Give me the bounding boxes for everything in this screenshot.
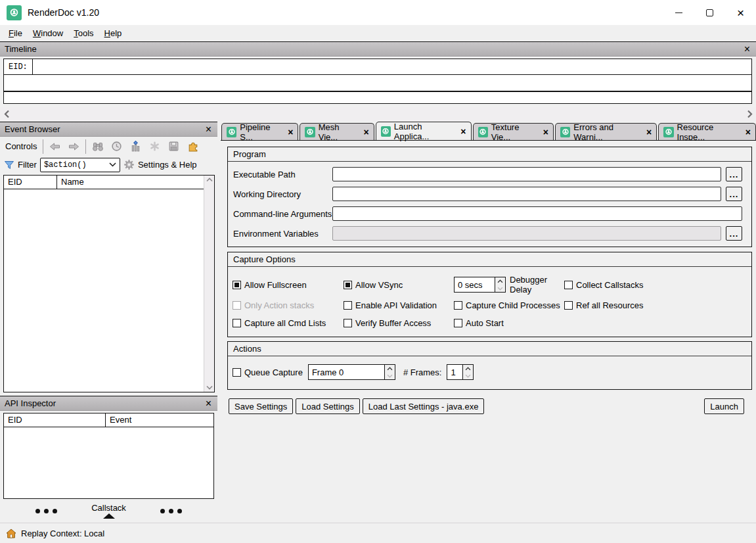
checkbox-icon bbox=[233, 319, 241, 327]
program-group: Program Executable Path ... Working Dire… bbox=[227, 147, 752, 247]
chevron-up-icon bbox=[465, 367, 471, 371]
allow-fullscreen-checkbox[interactable]: Allow Fullscreen bbox=[233, 277, 344, 292]
debugger-delay-value[interactable]: 0 secs bbox=[454, 277, 495, 293]
num-frames-spinner[interactable]: 1 bbox=[447, 364, 474, 380]
scroll-right-icon[interactable] bbox=[743, 107, 756, 121]
chevron-up-icon bbox=[387, 367, 393, 371]
checkbox-label: Queue Capture bbox=[244, 367, 303, 377]
timeline-close-icon[interactable]: × bbox=[743, 44, 751, 55]
tab-mesh-viewer[interactable]: Mesh Vie... × bbox=[300, 123, 374, 140]
working-directory-browse-button[interactable]: ... bbox=[726, 187, 742, 201]
load-settings-button[interactable]: Load Settings bbox=[296, 398, 360, 414]
ref-all-resources-checkbox[interactable]: Ref all Resources bbox=[564, 298, 751, 312]
scroll-left-icon[interactable] bbox=[0, 107, 13, 121]
num-frames-value[interactable]: 1 bbox=[447, 364, 462, 380]
actions-group-title: Actions bbox=[228, 342, 751, 356]
enable-api-validation-checkbox[interactable]: Enable API Validation bbox=[344, 298, 454, 312]
debugger-delay-spinner[interactable]: 0 secs bbox=[454, 277, 506, 293]
tab-texture-viewer[interactable]: Texture Vie... × bbox=[473, 123, 554, 140]
spin-down-button bbox=[385, 372, 395, 379]
settings-help-link[interactable]: Settings & Help bbox=[138, 160, 197, 170]
tab-resource-inspector[interactable]: Resource Inspe... × bbox=[658, 123, 756, 140]
column-header-name: Name bbox=[57, 176, 88, 189]
menu-window[interactable]: Window bbox=[28, 27, 68, 39]
allow-vsync-checkbox[interactable]: Allow VSync bbox=[344, 277, 454, 292]
event-browser-close-icon[interactable]: × bbox=[204, 124, 213, 135]
working-directory-label: Working Directory bbox=[231, 189, 332, 199]
environment-variables-row: Environment Variables ... bbox=[231, 226, 742, 241]
tab-pipeline-state[interactable]: Pipeline S... × bbox=[221, 123, 298, 140]
capture-all-cmd-lists-checkbox[interactable]: Capture all Cmd Lists bbox=[233, 316, 344, 330]
callstack-label: Callstack bbox=[91, 503, 126, 513]
environment-variables-browse-button[interactable]: ... bbox=[726, 226, 742, 241]
tab-close-icon[interactable]: × bbox=[745, 128, 751, 137]
tab-close-icon[interactable]: × bbox=[543, 128, 548, 137]
renderdoc-app-icon bbox=[7, 5, 22, 20]
tab-close-icon[interactable]: × bbox=[363, 128, 368, 137]
capture-options-group: Capture Options Allow Fullscreen Allow V… bbox=[227, 252, 752, 337]
expander-dots-right[interactable] bbox=[160, 509, 182, 513]
command-line-arguments-input[interactable] bbox=[332, 206, 742, 221]
timeline-title: Timeline bbox=[5, 44, 743, 54]
minimize-icon bbox=[675, 12, 682, 13]
launch-button[interactable]: Launch bbox=[704, 398, 744, 414]
scroll-up-icon bbox=[206, 177, 213, 182]
tab-close-icon[interactable]: × bbox=[646, 128, 652, 137]
program-group-title: Program bbox=[228, 147, 751, 162]
prev-event-button bbox=[45, 138, 64, 154]
extensions-button[interactable] bbox=[183, 138, 202, 154]
save-settings-button[interactable]: Save Settings bbox=[229, 398, 293, 414]
menu-help[interactable]: Help bbox=[99, 27, 127, 39]
status-bar: Replay Context: Local bbox=[0, 523, 756, 543]
spin-up-button[interactable] bbox=[495, 277, 505, 285]
callstack-expander[interactable]: Callstack bbox=[91, 503, 126, 519]
timeline-panel: Timeline × EID: bbox=[0, 41, 756, 107]
timeline-body: EID: bbox=[3, 59, 752, 104]
timeline-eid-label: EID: bbox=[4, 59, 33, 74]
verify-buffer-access-checkbox[interactable]: Verify Buffer Access bbox=[344, 316, 454, 330]
api-inspector-table: EID Event bbox=[3, 413, 214, 499]
replay-context-text: Replay Context: Local bbox=[21, 529, 104, 538]
expander-dots-left[interactable] bbox=[35, 509, 57, 513]
executable-path-input[interactable] bbox=[332, 167, 721, 181]
working-directory-input[interactable] bbox=[332, 187, 721, 201]
load-last-settings-button[interactable]: Load Last Settings - java.exe bbox=[363, 398, 485, 414]
timeline-hscrollbar[interactable] bbox=[0, 107, 756, 121]
queue-frame-value[interactable]: Frame 0 bbox=[308, 364, 384, 380]
close-icon: × bbox=[737, 7, 744, 19]
queue-capture-checkbox[interactable]: Queue Capture bbox=[233, 365, 303, 379]
executable-path-row: Executable Path ... bbox=[231, 167, 742, 181]
event-browser-title: Event Browser bbox=[5, 124, 204, 134]
binoculars-icon bbox=[92, 141, 104, 152]
chevron-down-icon bbox=[465, 374, 471, 378]
clock-icon bbox=[111, 141, 122, 152]
tab-close-icon[interactable]: × bbox=[288, 128, 293, 137]
checkbox-label: Capture Child Processes bbox=[466, 300, 560, 310]
spin-up-button[interactable] bbox=[385, 365, 395, 372]
maximize-button[interactable] bbox=[694, 0, 725, 25]
timeline-events-row bbox=[4, 92, 751, 103]
bar-chart-icon bbox=[130, 141, 141, 152]
chevron-down-icon bbox=[387, 374, 393, 378]
tab-launch-application[interactable]: Launch Applica... × bbox=[376, 122, 472, 140]
close-button[interactable]: × bbox=[725, 0, 756, 25]
queue-frame-spinner[interactable]: Frame 0 bbox=[308, 364, 395, 380]
collect-callstacks-checkbox[interactable]: Collect Callstacks bbox=[564, 277, 751, 292]
executable-path-browse-button[interactable]: ... bbox=[726, 167, 742, 181]
menu-file[interactable]: File bbox=[3, 27, 28, 39]
event-browser-vscrollbar[interactable] bbox=[204, 176, 214, 392]
tab-errors-warnings[interactable]: Errors and Warni... × bbox=[555, 123, 657, 140]
filter-combobox[interactable]: $action() bbox=[40, 158, 120, 172]
api-inspector-close-icon[interactable]: × bbox=[204, 398, 213, 409]
menu-tools[interactable]: Tools bbox=[68, 27, 99, 39]
executable-path-label: Executable Path bbox=[231, 170, 332, 179]
spin-down-button bbox=[463, 372, 473, 379]
auto-start-checkbox[interactable]: Auto Start bbox=[454, 316, 564, 330]
renderdoc-tab-icon bbox=[478, 127, 488, 137]
minimize-button[interactable] bbox=[663, 0, 694, 25]
spin-up-button[interactable] bbox=[463, 365, 473, 372]
checkbox-label: Verify Buffer Access bbox=[355, 318, 431, 328]
main-area: Event Browser × Controls bbox=[0, 122, 756, 523]
capture-child-processes-checkbox[interactable]: Capture Child Processes bbox=[454, 298, 564, 312]
tab-close-icon[interactable]: × bbox=[460, 127, 466, 136]
